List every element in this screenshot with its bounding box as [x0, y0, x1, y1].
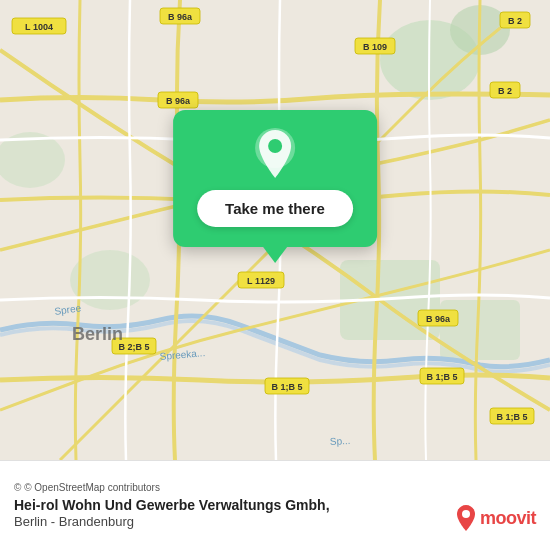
svg-text:B 109: B 109 — [363, 42, 387, 52]
attribution-symbol: © — [14, 482, 21, 493]
svg-point-36 — [268, 139, 282, 153]
svg-text:B 1;B 5: B 1;B 5 — [271, 382, 302, 392]
svg-text:B 96a: B 96a — [426, 314, 451, 324]
moovit-label: moovit — [480, 508, 536, 529]
location-popup: Take me there — [173, 110, 377, 247]
svg-text:B 96a: B 96a — [166, 96, 191, 106]
svg-text:B 2: B 2 — [508, 16, 522, 26]
svg-text:B 1;B 5: B 1;B 5 — [496, 412, 527, 422]
svg-text:B 1;B 5: B 1;B 5 — [426, 372, 457, 382]
svg-text:B 2: B 2 — [498, 86, 512, 96]
moovit-logo: moovit — [456, 504, 536, 532]
svg-point-37 — [462, 510, 470, 518]
svg-text:Sp...: Sp... — [330, 435, 351, 447]
take-me-there-button[interactable]: Take me there — [197, 190, 353, 227]
svg-text:Berlin: Berlin — [72, 324, 123, 344]
moovit-pin-icon — [456, 504, 476, 532]
bottom-info-bar: © © OpenStreetMap contributors Hei-rol W… — [0, 460, 550, 550]
svg-text:L 1004: L 1004 — [25, 22, 53, 32]
location-pin-icon — [253, 128, 297, 180]
attribution-text: © © OpenStreetMap contributors — [14, 482, 536, 493]
map-container: L 1004 B 96a B 109 B 2 B 96a B 2 L 1129 … — [0, 0, 550, 460]
svg-text:L 1129: L 1129 — [247, 276, 275, 286]
attribution-osm: © OpenStreetMap contributors — [24, 482, 160, 493]
svg-text:B 96a: B 96a — [168, 12, 193, 22]
svg-text:B 2;B 5: B 2;B 5 — [118, 342, 149, 352]
svg-point-4 — [70, 250, 150, 310]
